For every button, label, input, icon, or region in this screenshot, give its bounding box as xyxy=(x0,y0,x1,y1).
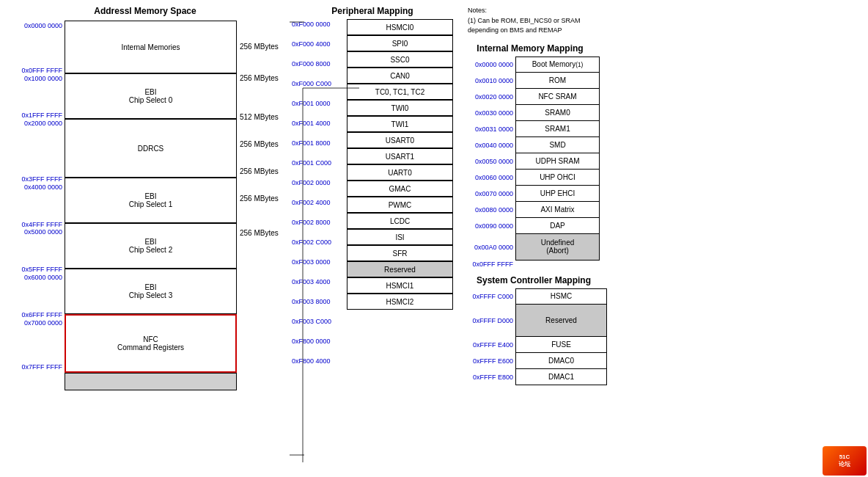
periph-pwmc: PWMC xyxy=(347,197,453,213)
periph-addr-6: 0xF001 8000 xyxy=(292,139,347,147)
periph-ssc0: SSC0 xyxy=(347,51,453,68)
int-block-undefined: Undefined(Abort) xyxy=(515,234,600,261)
sys-block-dmac1: DMAC1 xyxy=(515,369,607,385)
watermark: 51C论坛 xyxy=(823,446,867,476)
int-addr-0x0030: 0x0030 0000 xyxy=(460,105,515,121)
internal-memory-title: Internal Memory Mapping xyxy=(460,43,600,54)
ebi-cs3-block: EBIChip Select 3 xyxy=(65,269,237,314)
sys-row-fuse: 0xFFFF E400 FUSE xyxy=(460,337,607,353)
sys-addr-0xFFFF-D000: 0xFFFF D000 xyxy=(460,305,515,337)
size-ebi-cs2: 256 MBytes xyxy=(240,167,284,175)
size-ebi-cs1: 256 MBytes xyxy=(240,140,284,148)
int-row-boot: 0x0000 0000 Boot Memory (1) xyxy=(460,57,600,73)
int-row-dap: 0x0090 0000 DAP xyxy=(460,218,600,234)
periph-usart1: USART1 xyxy=(347,148,453,164)
int-addr-0x0060: 0x0060 0000 xyxy=(460,170,515,186)
int-block-uhp-ohci: UHP OHCI xyxy=(515,170,600,186)
ebi-cs0-block: EBIChip Select 0 xyxy=(65,73,237,119)
int-block-uhp-ehci: UHP EHCI xyxy=(515,186,600,202)
int-block-sram1: SRAM1 xyxy=(515,121,600,137)
int-addr-0x0040: 0x0040 0000 xyxy=(460,137,515,153)
internal-memory-section: Internal Memory Mapping 0x0000 0000 Boot… xyxy=(460,43,600,268)
peripheral-section: Peripheral Mapping 0xF000 0000 0xF000 40… xyxy=(292,6,453,471)
periph-tc0: TC0, TC1, TC2 xyxy=(347,84,453,100)
int-block-rom: ROM xyxy=(515,73,600,89)
notes-line2: depending on BMS and REMAP xyxy=(468,26,862,36)
periph-addr-10: 0xF002 8000 xyxy=(292,219,347,226)
periph-addr-2: 0xF000 8000 xyxy=(292,60,347,68)
peripheral-diagram: 0xF000 0000 0xF000 4000 0xF000 8000 0xF0… xyxy=(292,19,453,365)
periph-addr-16: 0xF800 0000 xyxy=(292,338,347,345)
periph-twi1: TWI1 xyxy=(347,116,453,132)
int-addr-0x0020: 0x0020 0000 xyxy=(460,89,515,105)
sys-addr-0xFFFF-E800: 0xFFFF E800 xyxy=(460,369,515,385)
addr-0x5FFF-0x6000: 0x5FFF FFFF0x6000 0000 xyxy=(22,266,65,282)
addr-0x1FFF-0x2000: 0x1FFF FFFF0x2000 0000 xyxy=(22,112,65,128)
notes-box: Notes: (1) Can be ROM, EBI_NCS0 or SRAM … xyxy=(468,6,862,36)
sys-row-dmac0: 0xFFFF E600 DMAC0 xyxy=(460,353,607,369)
periph-hsmci2: HSMCI2 xyxy=(347,294,453,310)
periph-can0: CAN0 xyxy=(347,68,453,84)
periph-uart0: UART0 xyxy=(347,164,453,181)
system-controller-section: System Controller Mapping 0xFFFF C000 HS… xyxy=(460,275,607,385)
ddrcs-block: DDRCS xyxy=(65,119,237,178)
addr-0x7FFF: 0x7FFF FFFF xyxy=(22,363,65,371)
int-block-boot: Boot Memory (1) xyxy=(515,57,600,73)
periph-blocks-col: HSMCI0 SPI0 SSC0 CAN0 TC0, TC1, TC2 TWI0… xyxy=(347,19,453,365)
periph-twi0: TWI0 xyxy=(347,100,453,116)
memory-blocks-column: Internal Memories EBIChip Select 0 DDRCS… xyxy=(65,21,237,390)
size-nfc: 256 MBytes xyxy=(240,229,284,237)
int-row-axi: 0x0080 0000 AXI Matrix xyxy=(460,202,600,218)
periph-usart0: USART0 xyxy=(347,132,453,148)
periph-addr-11: 0xF002 C000 xyxy=(292,238,347,246)
periph-addr-0: 0xF000 0000 xyxy=(292,21,347,28)
notes-line1: (1) Can be ROM, EBI_NCS0 or SRAM xyxy=(468,16,862,26)
right-section: Notes: (1) Can be ROM, EBI_NCS0 or SRAM … xyxy=(460,6,862,471)
periph-addr-9: 0xF002 4000 xyxy=(292,199,347,206)
int-block-sram0: SRAM0 xyxy=(515,105,600,121)
periph-reserved: Reserved xyxy=(347,261,453,277)
address-labels-column: 0x0000 0000 0x0FFF FFFF0x1000 0000 0x1FF… xyxy=(6,21,65,390)
sys-row-dmac1: 0xFFFF E800 DMAC1 xyxy=(460,369,607,385)
int-row-sram0: 0x0030 0000 SRAM0 xyxy=(460,105,600,121)
periph-hsmci0: HSMCI0 xyxy=(347,19,453,35)
peripheral-title: Peripheral Mapping xyxy=(331,6,413,16)
int-addr-0x0010: 0x0010 0000 xyxy=(460,73,515,89)
int-addr-0x0031: 0x0031 0000 xyxy=(460,121,515,137)
addr-0x0000: 0x0000 0000 xyxy=(24,22,65,30)
periph-addr-8: 0xF002 0000 xyxy=(292,179,347,186)
periph-gmac: GMAC xyxy=(347,181,453,197)
sys-block-dmac0: DMAC0 xyxy=(515,353,607,369)
last-block xyxy=(65,373,237,390)
periph-addr-5: 0xF001 4000 xyxy=(292,120,347,127)
periph-isi: ISI xyxy=(347,229,453,245)
int-row-rom: 0x0010 0000 ROM xyxy=(460,73,600,89)
int-addr-0x0FFF: 0x0FFF FFFF xyxy=(460,261,515,268)
address-memory-title: Addressl Memory Space xyxy=(94,6,196,16)
periph-addr-12: 0xF003 0000 xyxy=(292,258,347,266)
sys-block-hsmc: HSMC xyxy=(515,288,607,305)
internal-memory-blocks: 0x0000 0000 Boot Memory (1) 0x0010 0000 … xyxy=(460,57,600,268)
nfc-cmd-reg-block: NFCCommand Registers xyxy=(65,314,237,373)
sys-block-reserved: Reserved xyxy=(515,305,607,337)
int-block-smd: SMD xyxy=(515,137,600,153)
main-container: Addressl Memory Space 0x0000 0000 0x0FFF… xyxy=(0,0,868,477)
int-addr-0x0070: 0x0070 0000 xyxy=(460,186,515,202)
size-ebi-cs3: 256 MBytes xyxy=(240,194,284,203)
periph-addr-14: 0xF003 8000 xyxy=(292,298,347,305)
int-row-udph: 0x0050 0000 UDPH SRAM xyxy=(460,153,600,170)
periph-addr-col: 0xF000 0000 0xF000 4000 0xF000 8000 0xF0… xyxy=(292,19,347,365)
internal-memories-block: Internal Memories xyxy=(65,21,237,73)
int-addr-0x0080: 0x0080 0000 xyxy=(460,202,515,218)
periph-addr-1: 0xF000 4000 xyxy=(292,40,347,48)
int-row-uhp-ehci: 0x0070 0000 UHP EHCI xyxy=(460,186,600,202)
int-addr-0x0050: 0x0050 0000 xyxy=(460,153,515,170)
periph-lcdc: LCDC xyxy=(347,213,453,229)
addr-0x6FFF-0x7000: 0x6FFF FFFF0x7000 0000 xyxy=(22,311,65,327)
system-controller-title: System Controller Mapping xyxy=(460,275,607,285)
sys-addr-0xFFFF-E400: 0xFFFF E400 xyxy=(460,337,515,353)
periph-addr-15: 0xF003 C000 xyxy=(292,318,347,325)
notes-title: Notes: xyxy=(468,6,862,16)
periph-addr-4: 0xF001 0000 xyxy=(292,100,347,107)
sys-addr-0xFFFF-E600: 0xFFFF E600 xyxy=(460,353,515,369)
